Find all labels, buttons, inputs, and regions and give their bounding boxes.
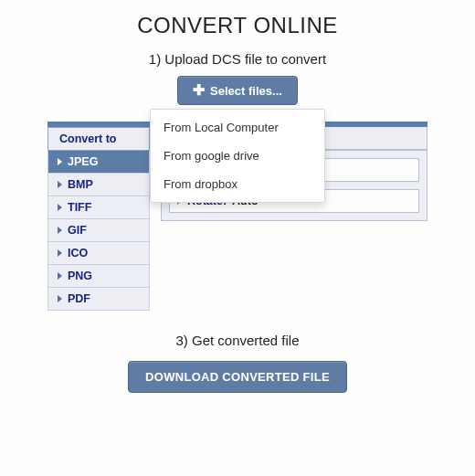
- format-label: ICO: [68, 247, 88, 259]
- format-label: PNG: [68, 270, 92, 282]
- format-item-pdf[interactable]: PDF: [48, 288, 150, 311]
- dropdown-item-gdrive[interactable]: From google drive: [151, 142, 324, 170]
- dropdown-item-dropbox[interactable]: From dropbox: [151, 170, 324, 202]
- triangle-icon: [58, 272, 62, 280]
- sidebar-header: Convert to: [48, 127, 150, 151]
- format-label: BMP: [68, 178, 93, 191]
- triangle-icon: [58, 249, 62, 257]
- plus-icon: ✚: [193, 83, 205, 98]
- format-label: JPEG: [68, 155, 98, 168]
- triangle-icon: [58, 295, 62, 302]
- dropdown-item-local[interactable]: From Local Computer: [151, 110, 324, 142]
- triangle-icon: [58, 158, 62, 165]
- format-item-tiff[interactable]: TIFF: [48, 196, 150, 219]
- format-item-gif[interactable]: GIF: [48, 219, 150, 242]
- format-item-jpeg[interactable]: JPEG: [48, 151, 150, 174]
- format-label: GIF: [68, 224, 87, 237]
- format-item-bmp[interactable]: BMP: [48, 174, 150, 196]
- format-item-png[interactable]: PNG: [48, 265, 150, 288]
- step1-text: 1) Upload DCS file to convert: [0, 51, 475, 67]
- source-dropdown: From Local Computer From google drive Fr…: [150, 109, 325, 203]
- triangle-icon: [58, 227, 62, 234]
- format-label: PDF: [68, 292, 90, 305]
- convert-to-sidebar: Convert to JPEGBMPTIFFGIFICOPNGPDF: [48, 122, 150, 311]
- format-label: TIFF: [68, 201, 91, 214]
- page-title: CONVERT ONLINE: [0, 13, 475, 38]
- download-button[interactable]: DOWNLOAD CONVERTED FILE: [128, 361, 347, 393]
- triangle-icon: [58, 181, 62, 188]
- select-files-label: Select files...: [210, 84, 282, 98]
- triangle-icon: [58, 204, 62, 211]
- step3-text: 3) Get converted file: [0, 333, 475, 348]
- format-item-ico[interactable]: ICO: [48, 242, 150, 265]
- select-files-button[interactable]: ✚ Select files...: [177, 76, 298, 105]
